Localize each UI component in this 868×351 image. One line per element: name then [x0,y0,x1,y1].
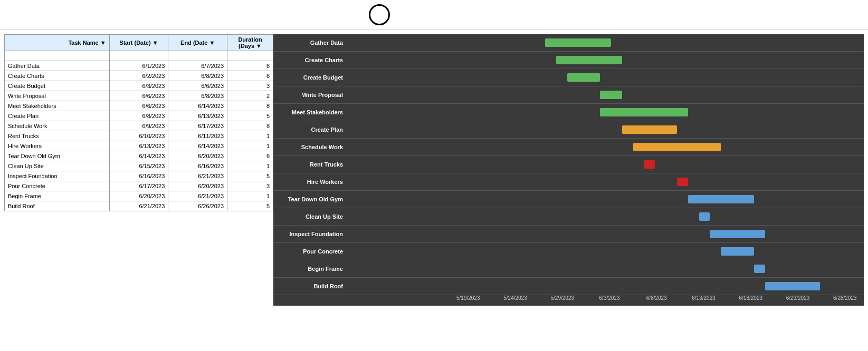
gantt-bar-area [347,139,864,155]
gantt-row: Tear Down Old Gym [273,191,864,208]
task-name: Build Roof [5,201,110,211]
task-dur: 1 [227,141,273,151]
gantt-bar [721,247,753,256]
gantt-bar [677,178,688,186]
task-dur: 6 [227,151,273,161]
task-start: 6/17/2023 [109,181,168,191]
gantt-bar [688,195,754,203]
table-row: Gather Data 6/1/2023 6/7/2023 6 [5,61,273,71]
gantt-row: Create Charts [273,52,864,69]
col-header-task[interactable]: Task Name ▼ [5,35,110,51]
task-dur: 2 [227,91,273,101]
task-dur: 8 [227,121,273,131]
task-end: 6/7/2023 [168,61,227,71]
gantt-bar-area [347,121,864,138]
gantt-bar-area [347,69,864,86]
gantt-row: Hire Workers [273,173,864,191]
task-start: 6/1/2023 [109,61,168,71]
gantt-task-label: Meet Stakeholders [273,109,347,115]
x-axis-label: 5/24/2023 [503,295,527,301]
col-header-dur[interactable]: Duration (Days ▼ [227,35,273,51]
x-axis-label: 6/8/2023 [646,295,667,301]
gantt-row: Write Proposal [273,86,864,104]
table-row: Meet Stakeholders 6/6/2023 6/14/2023 8 [5,101,273,111]
pm-logo [369,4,390,25]
table-row: Clean Up Site 6/15/2023 6/16/2023 1 [5,161,273,171]
task-end: 6/21/2023 [168,171,227,181]
gantt-task-label: Create Budget [273,74,347,81]
task-name: Schedule Work [5,121,110,131]
gantt-task-label: Create Plan [273,126,347,133]
task-name: Create Charts [5,71,110,81]
task-end: 6/20/2023 [168,151,227,161]
gantt-bar-area [347,243,864,260]
gantt-bar [710,230,765,238]
gantt-bar [567,73,600,82]
x-axis-label: 6/23/2023 [786,295,810,301]
table-row: Rent Trucks 6/10/2023 6/11/2023 1 [5,131,273,141]
gantt-bar [556,56,622,64]
task-start: 6/14/2023 [109,151,168,161]
table-row: Write Proposal 6/6/2023 6/8/2023 2 [5,91,273,101]
gantt-task-label: Create Charts [273,57,347,63]
gantt-bar [633,143,721,151]
x-axis-label: 5/19/2023 [456,295,480,301]
gantt-row: Gather Data [273,34,864,52]
task-start: 6/6/2023 [109,101,168,111]
x-axis-label: 6/18/2023 [739,295,763,301]
gantt-chart-section: Gather DataCreate ChartsCreate BudgetWri… [273,34,864,306]
task-end: 6/14/2023 [168,141,227,151]
col-header-start[interactable]: Start (Date) ▼ [109,35,168,51]
gantt-bar [600,108,688,116]
task-dur: 6 [227,71,273,81]
task-start: 6/6/2023 [109,91,168,101]
gantt-bar [765,282,820,290]
task-name: Hire Workers [5,141,110,151]
gantt-task-label: Pour Concrete [273,248,347,255]
gantt-row: Create Plan [273,121,864,139]
gantt-bar-area [347,208,864,225]
gantt-row: Meet Stakeholders [273,104,864,121]
gantt-bar-area [347,156,864,173]
gantt-row: Clean Up Site [273,208,864,226]
gantt-bar [644,160,655,169]
gantt-task-label: Schedule Work [273,144,347,150]
table-row: Begin Frame 6/20/2023 6/21/2023 1 [5,191,273,201]
task-name: Create Budget [5,81,110,91]
table-row: Inspect Foundation 6/16/2023 6/21/2023 5 [5,171,273,181]
gantt-bar [699,212,710,221]
task-start: 6/10/2023 [109,131,168,141]
gantt-bar [545,38,611,47]
gantt-row: Inspect Foundation [273,226,864,243]
main-content: Task Name ▼ Start (Date) ▼ End (Date ▼ D… [0,30,868,310]
gantt-bar-area [347,34,864,51]
task-dur: 3 [227,81,273,91]
task-name: Rent Trucks [5,131,110,141]
gantt-row: Begin Frame [273,260,864,278]
gantt-bar [600,91,622,99]
brand-header [369,4,394,25]
col-header-end[interactable]: End (Date ▼ [168,35,227,51]
task-end: 6/26/2023 [168,201,227,211]
task-dur: 6 [227,61,273,71]
gantt-task-label: Tear Down Old Gym [273,196,347,202]
task-end: 6/8/2023 [168,71,227,81]
task-start: 6/8/2023 [109,111,168,121]
gantt-row: Create Budget [273,69,864,86]
task-end: 6/8/2023 [168,91,227,101]
gantt-task-label: Inspect Foundation [273,231,347,237]
table-row: Hire Workers 6/13/2023 6/14/2023 1 [5,141,273,151]
task-name: Clean Up Site [5,161,110,171]
task-dur: 3 [227,181,273,191]
task-name: Begin Frame [5,191,110,201]
task-start: 6/9/2023 [109,121,168,131]
task-start: 6/3/2023 [109,81,168,91]
task-end: 6/14/2023 [168,101,227,111]
gantt-bar-area [347,278,864,295]
task-start: 6/13/2023 [109,141,168,151]
task-end: 6/6/2023 [168,81,227,91]
task-start: 6/20/2023 [109,191,168,201]
task-dur: 5 [227,201,273,211]
gantt-row: Rent Trucks [273,156,864,173]
task-start: 6/21/2023 [109,201,168,211]
